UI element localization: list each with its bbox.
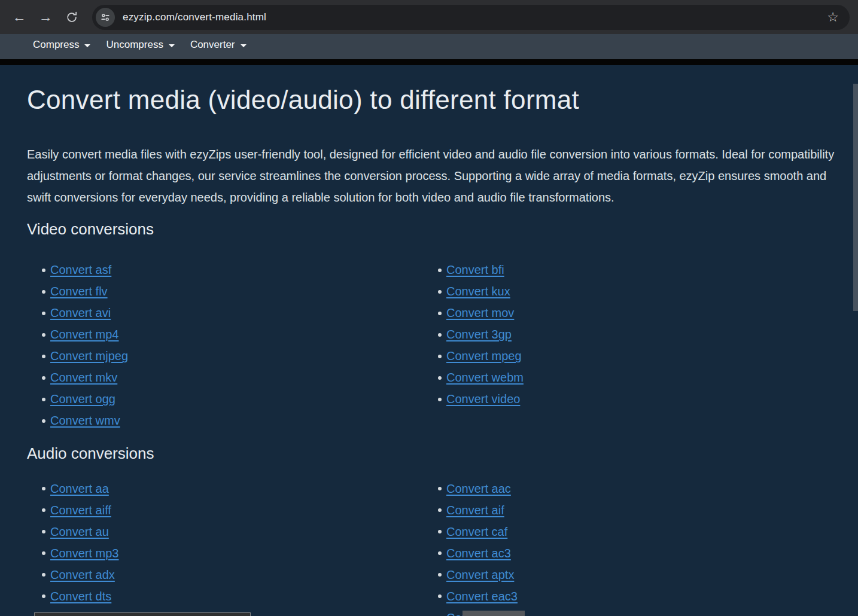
list-item: Convert mov: [438, 303, 524, 324]
list-item: Convert mp3: [42, 542, 438, 564]
audio-links-column-2: Convert aac Convert aif Convert caf Conv…: [438, 478, 518, 616]
bullet-icon: [42, 398, 45, 401]
intro-paragraph: Easily convert media files with ezyZips …: [27, 144, 840, 208]
nav-dropdown-label: Uncompress: [106, 38, 163, 51]
list-item: Convert aif: [438, 499, 518, 521]
reload-icon: [65, 11, 78, 24]
bullet-icon: [42, 573, 45, 577]
convert-link[interactable]: Convert adx: [50, 568, 115, 582]
bullet-icon: [438, 269, 442, 272]
list-item: Convert dts: [42, 585, 438, 607]
list-item: Convert mp4: [42, 324, 438, 346]
bullet-icon: [42, 333, 45, 337]
page-content: Convert media (video/audio) to different…: [0, 65, 858, 616]
list-item: Convert mkv: [42, 367, 438, 389]
convert-link[interactable]: Convert caf: [446, 525, 507, 539]
bullet-icon: [42, 355, 45, 358]
list-item: Convert aiff: [42, 499, 438, 521]
list-item: Convert kux: [438, 281, 524, 303]
list-item: Convert avi: [42, 303, 438, 324]
bullet-icon: [438, 530, 442, 533]
convert-link[interactable]: Convert mkv: [50, 371, 117, 385]
nav-dropdown-label: Compress: [33, 38, 79, 51]
list-item: Convert asf: [42, 260, 438, 281]
back-button[interactable]: ←: [8, 7, 30, 28]
reload-button[interactable]: [61, 7, 83, 28]
list-item: Convert aa: [42, 478, 438, 499]
url-text: ezyzip.com/convert-media.html: [123, 11, 824, 23]
list-item: Convert aptx: [438, 564, 518, 585]
convert-link[interactable]: Convert 3gp: [446, 328, 512, 341]
list-item: Convert ogg: [42, 389, 438, 410]
status-tooltip: [34, 612, 251, 616]
page-title: Convert media (video/audio) to different…: [27, 84, 840, 116]
bullet-icon: [42, 551, 45, 555]
chevron-down-icon: [169, 44, 175, 47]
tooltip-fragment: [463, 611, 525, 616]
convert-link[interactable]: Convert flv: [50, 285, 108, 298]
list-item: Convert video: [438, 389, 524, 410]
convert-link[interactable]: Convert webm: [446, 371, 524, 385]
convert-link[interactable]: Convert mjpeg: [50, 349, 128, 363]
list-item: Convert adx: [42, 564, 438, 585]
bullet-icon: [438, 594, 442, 598]
convert-link[interactable]: Convert aiff: [50, 504, 111, 517]
list-item: Convert aac: [438, 478, 518, 499]
convert-link[interactable]: Convert video: [446, 392, 520, 406]
bullet-icon: [42, 594, 45, 598]
convert-link[interactable]: Convert ogg: [50, 392, 115, 406]
bookmark-star-icon: ☆: [827, 11, 839, 24]
list-item: Convert au: [42, 521, 438, 542]
bullet-icon: [42, 508, 45, 512]
list-item: Convert wmv: [42, 410, 438, 432]
nav-dropdown[interactable]: Uncompress: [106, 38, 174, 51]
site-settings-button[interactable]: [96, 8, 115, 27]
convert-link[interactable]: Convert dts: [50, 590, 111, 603]
bookmark-button[interactable]: ☆: [824, 9, 841, 26]
nav-dropdown[interactable]: Compress: [33, 38, 90, 51]
list-item: Convert bfi: [438, 260, 524, 281]
convert-link[interactable]: Convert avi: [50, 306, 111, 320]
convert-link[interactable]: Convert mov: [446, 306, 514, 320]
bullet-icon: [438, 551, 442, 555]
url-bar[interactable]: ezyzip.com/convert-media.html ☆: [92, 5, 850, 30]
video-links-column-2: Convert bfi Convert kux Convert mov Conv…: [438, 260, 524, 432]
list-item: Convert caf: [438, 521, 518, 542]
list-item: Convert flv: [42, 281, 438, 303]
convert-link[interactable]: Convert ac3: [446, 547, 511, 560]
convert-link[interactable]: Convert mp3: [50, 547, 119, 560]
list-item: Convert ac3: [438, 542, 518, 564]
convert-link[interactable]: Convert aptx: [446, 568, 514, 582]
convert-link[interactable]: Convert mp4: [50, 328, 119, 341]
audio-links-column-1: Convert aa Convert aiff Convert au Conve…: [42, 478, 438, 616]
list-item: Convert mjpeg: [42, 346, 438, 367]
forward-button[interactable]: →: [35, 7, 56, 28]
vertical-scrollbar-thumb[interactable]: [853, 84, 858, 311]
bullet-icon: [42, 269, 45, 272]
convert-link[interactable]: Convert mpeg: [446, 349, 522, 363]
video-links-column-1: Convert asf Convert flv Convert avi Conv…: [42, 260, 438, 432]
convert-link[interactable]: Convert asf: [50, 263, 111, 277]
list-item: Convert mpeg: [438, 346, 524, 367]
convert-link[interactable]: Convert eac3: [446, 590, 518, 603]
bullet-icon: [438, 333, 442, 337]
forward-arrow-icon: →: [39, 9, 53, 25]
bullet-icon: [42, 419, 45, 423]
site-settings-icon: [100, 12, 111, 23]
convert-link[interactable]: Convert aac: [446, 482, 511, 496]
convert-link[interactable]: Convert wmv: [50, 414, 120, 428]
bullet-icon: [438, 573, 442, 577]
browser-window: ← →: [0, 0, 858, 616]
convert-link[interactable]: Convert aa: [50, 482, 109, 496]
convert-link[interactable]: Convert aif: [446, 504, 504, 517]
video-conversions-list: Convert asf Convert flv Convert avi Conv…: [27, 260, 840, 432]
nav-dropdown[interactable]: Converter: [190, 38, 247, 51]
bullet-icon: [42, 312, 45, 315]
convert-link[interactable]: Convert bfi: [446, 263, 504, 277]
convert-link[interactable]: Convert kux: [446, 285, 510, 298]
bullet-icon: [438, 398, 442, 401]
audio-conversions-heading: Audio conversions: [27, 444, 840, 463]
convert-link[interactable]: Convert au: [50, 525, 109, 539]
bullet-icon: [438, 487, 442, 490]
bullet-icon: [438, 508, 442, 512]
